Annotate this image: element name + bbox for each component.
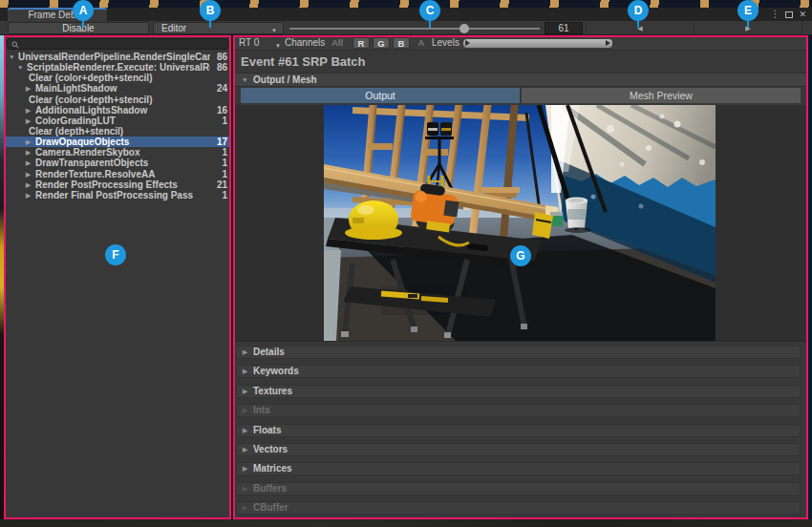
tree-item[interactable]: ▶Render PostProcessing Effects21	[5, 179, 231, 190]
event-tree: ▼UniversalRenderPipeline.RenderSingleCam…	[5, 52, 231, 200]
foldout-closed-icon[interactable]: ▶	[26, 137, 31, 147]
foldout-closed-icon[interactable]: ▶	[26, 169, 31, 179]
tree-item-count: 86	[217, 62, 227, 73]
levels-max-handle[interactable]	[606, 40, 610, 46]
search-input[interactable]	[7, 38, 228, 50]
foldout-closed-icon: ▶	[243, 405, 247, 416]
section-label: Floats	[253, 425, 281, 436]
section-vectors[interactable]: ▶Vectors	[236, 443, 801, 456]
section-label: Matrices	[253, 463, 292, 474]
event-list-panel: ▼UniversalRenderPipeline.RenderSingleCam…	[5, 35, 231, 519]
tree-item[interactable]: Clear (depth+stencil)	[5, 126, 231, 137]
levels-slider[interactable]	[463, 39, 612, 48]
badge-b: B	[200, 0, 221, 21]
badge-d-tail	[637, 20, 639, 28]
foldout-closed-icon: ▶	[243, 463, 247, 474]
event-details-panel: RT 0 ▼ Channels AllRGBA Levels Event #61…	[234, 35, 807, 519]
tree-item-count: 86	[217, 52, 227, 62]
frame-slider[interactable]	[289, 28, 540, 30]
tree-item[interactable]: ▶Render Final PostProcessing Pass1	[5, 190, 231, 200]
window-menu-icon[interactable]: ⋮	[770, 9, 780, 20]
tree-item-count: 17	[217, 137, 227, 147]
levels-label: Levels	[432, 37, 459, 49]
event-title: Event #61 SRP Batch	[241, 54, 366, 69]
output-mesh-tabs: OutputMesh Preview	[241, 88, 801, 103]
tree-item-count: 1	[222, 158, 227, 168]
tree-item[interactable]: ▶DrawOpaqueObjects17	[5, 137, 231, 147]
channel-button-a[interactable]: A	[413, 37, 430, 49]
tree-item-count: 21	[217, 179, 227, 190]
tree-item[interactable]: Clear (color+depth+stencil)	[5, 95, 231, 105]
foldout-closed-icon[interactable]: ▶	[26, 179, 31, 190]
tree-item-label: Camera.RenderSkybox	[35, 147, 210, 158]
tree-item-count: 1	[222, 147, 227, 158]
tree-item[interactable]: Clear (color+depth+stencil)	[5, 73, 231, 83]
foldout-closed-icon[interactable]: ▶	[26, 190, 31, 200]
section-ints: ▶Ints	[236, 404, 801, 417]
foldout-closed-icon: ▶	[243, 366, 247, 377]
badge-a-letter: A	[79, 4, 88, 17]
foldout-closed-icon[interactable]: ▶	[26, 116, 31, 126]
tree-item[interactable]: ▶AdditionalLightsShadow16	[5, 105, 231, 116]
channel-button-all[interactable]: All	[325, 37, 350, 49]
frame-number-field[interactable]: 61	[545, 22, 583, 34]
foldout-open-icon[interactable]: ▼	[17, 62, 23, 73]
channel-button-r[interactable]: R	[353, 37, 370, 49]
frame-slider-handle[interactable]	[459, 24, 469, 33]
section-details[interactable]: ▶Details	[236, 346, 801, 359]
channel-button-g[interactable]: G	[373, 37, 390, 49]
badge-b-tail	[209, 20, 211, 28]
tab-mesh-preview[interactable]: Mesh Preview	[522, 88, 801, 103]
tree-item[interactable]: ▶Camera.RenderSkybox1	[5, 147, 231, 158]
tree-item-label: MainLightShadow	[35, 83, 210, 94]
tree-item-count: 16	[217, 105, 227, 116]
render-target-dropdown[interactable]: RT 0 ▼	[239, 37, 281, 49]
badge-c-letter: C	[426, 4, 435, 17]
tree-item[interactable]: ▶RenderTexture.ResolveAA1	[5, 169, 231, 179]
tree-item-label: Clear (color+depth+stencil)	[29, 95, 210, 105]
foldout-open-icon[interactable]: ▼	[9, 52, 14, 62]
foldout-closed-icon[interactable]: ▶	[26, 158, 31, 168]
target-dropdown-value: Editor	[161, 23, 186, 33]
levels-min-handle[interactable]	[465, 40, 470, 46]
tab-output[interactable]: Output	[241, 88, 520, 103]
badge-e-tail	[747, 20, 749, 28]
section-floats[interactable]: ▶Floats	[236, 424, 801, 437]
target-dropdown[interactable]: Editor ▼	[153, 22, 284, 34]
section-label: Keywords	[253, 366, 299, 377]
disable-button[interactable]: Disable	[8, 22, 149, 34]
channel-buttons: AllRGBA	[325, 37, 430, 49]
window-maximize-icon[interactable]	[785, 11, 793, 18]
tree-item-label: UniversalRenderPipeline.RenderSingleCame…	[18, 52, 210, 62]
badge-g-letter: G	[516, 249, 524, 263]
badge-c-tail	[429, 20, 431, 28]
foldout-label: Output / Mesh	[253, 74, 317, 86]
section-cbuffer: ▶CBuffer	[236, 501, 801, 515]
tree-item[interactable]: ▶ColorGradingLUT1	[5, 116, 231, 126]
search-icon	[11, 41, 19, 49]
section-matrices[interactable]: ▶Matrices	[236, 462, 801, 475]
tree-item-label: Clear (color+depth+stencil)	[29, 73, 210, 83]
section-textures[interactable]: ▶Textures	[236, 385, 801, 398]
window-controls: ⋮ ✕	[770, 9, 806, 20]
tree-item-count: 24	[217, 83, 227, 94]
foldout-closed-icon: ▶	[243, 444, 247, 455]
window-close-icon[interactable]: ✕	[799, 9, 806, 20]
foldout-closed-icon[interactable]: ▶	[26, 83, 31, 94]
tree-item[interactable]: ▼UniversalRenderPipeline.RenderSingleCam…	[5, 52, 231, 62]
channels-label: Channels	[285, 37, 325, 49]
output-mesh-foldout[interactable]: ▼ Output / Mesh	[234, 73, 807, 87]
tree-item-label: AdditionalLightsShadow	[35, 105, 210, 116]
tree-item[interactable]: ▼ScriptableRenderer.Execute: UniversalRe…	[5, 62, 231, 73]
previous-event-button[interactable]: ◀	[586, 21, 694, 35]
section-keywords[interactable]: ▶Keywords	[236, 365, 801, 378]
badge-e-letter: E	[744, 4, 752, 17]
tree-item[interactable]: ▶DrawTransparentObjects1	[5, 158, 231, 168]
tree-item[interactable]: ▶MainLightShadow24	[5, 83, 231, 94]
channel-button-b[interactable]: B	[393, 37, 410, 49]
badge-a: A	[73, 0, 94, 21]
foldout-closed-icon[interactable]: ▶	[26, 105, 31, 116]
foldout-closed-icon[interactable]: ▶	[26, 147, 31, 158]
render-target-toolbar: RT 0 ▼ Channels AllRGBA Levels	[234, 35, 807, 51]
badge-f-letter: F	[112, 248, 118, 262]
